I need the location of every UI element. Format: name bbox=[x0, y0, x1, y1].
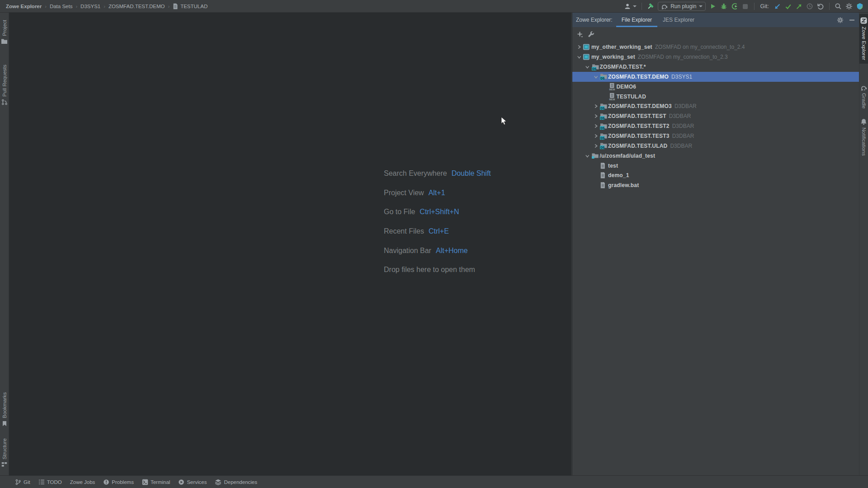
debug-button[interactable] bbox=[720, 2, 727, 10]
tree-row[interactable]: DSZOSMFAD.TEST.TEST2D3DBAR bbox=[572, 121, 859, 131]
rollback-button[interactable] bbox=[817, 2, 824, 10]
history-button[interactable] bbox=[806, 2, 813, 10]
chevron-right-icon[interactable] bbox=[592, 122, 599, 130]
tree-row[interactable]: my_other_working_setZOSMFAD on my_connec… bbox=[572, 42, 859, 52]
tab-file-explorer[interactable]: File Explorer bbox=[616, 13, 657, 27]
status-bar-item-dependencies[interactable]: Dependencies bbox=[215, 479, 257, 485]
dataset-icon: DS bbox=[599, 142, 608, 150]
todo-list-icon bbox=[38, 479, 45, 485]
svg-text:DS: DS bbox=[600, 126, 605, 129]
status-bar-item-git[interactable]: Git bbox=[15, 479, 30, 485]
run-configuration-select[interactable]: Run plugin bbox=[658, 2, 705, 11]
chevron-down-icon[interactable] bbox=[584, 152, 591, 160]
tree-row[interactable]: MEMTESTULAD bbox=[572, 92, 859, 102]
tab-jes-explorer[interactable]: JES Explorer bbox=[657, 13, 700, 27]
user-icon[interactable] bbox=[624, 2, 631, 10]
tree-row[interactable]: DSZOSMFAD.TEST.DEMO3D3DBAR bbox=[572, 102, 859, 112]
shortcut-hint-keys: Double Shift bbox=[452, 169, 491, 178]
chevron-right-icon[interactable] bbox=[575, 43, 583, 51]
status-bar-item-services[interactable]: Services bbox=[178, 479, 207, 485]
file-explorer-tree: my_other_working_setZOSMFAD on my_connec… bbox=[572, 42, 859, 191]
tree-item-suffix: D3DBAR bbox=[672, 133, 694, 139]
tree-item-name: /u/zosmfad/ulad_test bbox=[600, 153, 656, 159]
stop-button[interactable] bbox=[742, 2, 749, 10]
sidebar-item-gradle[interactable]: Gradle bbox=[859, 85, 868, 109]
breadcrumb-separator: › bbox=[75, 4, 77, 9]
tool-window-header: Zowe Explorer: File Explorer JES Explore… bbox=[572, 13, 859, 27]
chevron-right-icon[interactable] bbox=[592, 103, 599, 110]
status-bar-item-label: Dependencies bbox=[224, 479, 257, 485]
shortcut-hint-row: Go to FileCtrl+Shift+N bbox=[384, 207, 491, 216]
status-bar-item-problems[interactable]: Problems bbox=[103, 479, 134, 485]
pull-request-icon bbox=[1, 99, 8, 105]
uss-file-icon bbox=[599, 182, 608, 189]
shortcut-hint-label: Recent Files bbox=[384, 227, 424, 235]
editor-area[interactable]: Search EverywhereDouble ShiftProject Vie… bbox=[9, 13, 571, 475]
settings-gear-icon[interactable] bbox=[845, 2, 853, 10]
breadcrumb-separator: › bbox=[104, 4, 105, 9]
tool-window-minimize-icon[interactable] bbox=[848, 16, 855, 24]
shortcut-hint-row: Navigation BarAlt+Home bbox=[384, 246, 491, 255]
tree-item-name: ZOSMFAD.TEST.DEMO bbox=[608, 74, 669, 80]
tree-row[interactable]: demo_1 bbox=[572, 170, 859, 180]
tree-item-name: ZOSMFAD.TEST.ULAD bbox=[608, 143, 667, 149]
chevron-down-icon bbox=[699, 5, 703, 7]
breadcrumb-item[interactable]: D3SYS1 bbox=[80, 4, 100, 9]
chevron-right-icon[interactable] bbox=[592, 132, 599, 140]
status-bar: GitTODOZowe JobsProblemsTerminalServices… bbox=[0, 475, 868, 488]
tree-row[interactable]: DSZOSMFAD.TEST.* bbox=[572, 62, 859, 72]
sidebar-item-notifications[interactable]: Notifications bbox=[859, 118, 868, 156]
chevron-down-icon[interactable] bbox=[575, 53, 583, 61]
status-bar-item-zowe-jobs[interactable]: Zowe Jobs bbox=[70, 479, 95, 485]
uss-file-icon bbox=[599, 172, 608, 179]
run-button[interactable] bbox=[709, 2, 717, 10]
chevron-right-icon[interactable] bbox=[592, 142, 599, 150]
shortcut-hint-keys: Alt+1 bbox=[429, 189, 445, 197]
sidebar-item-pull-requests[interactable]: Pull Requests bbox=[0, 65, 9, 105]
mouse-cursor bbox=[501, 117, 507, 126]
tree-item-name: ZOSMFAD.TEST.DEMO3 bbox=[608, 103, 672, 109]
add-button[interactable] bbox=[576, 30, 584, 38]
breadcrumb-item[interactable]: Data Sets bbox=[50, 4, 73, 9]
shortcut-hint-keys: Alt+Home bbox=[436, 247, 468, 255]
build-hammer-icon[interactable] bbox=[647, 2, 654, 10]
breadcrumb-item[interactable]: ZOSMFAD.TEST.DEMO bbox=[108, 4, 165, 9]
shortcut-hint-keys: Ctrl+E bbox=[429, 227, 449, 235]
dataset-icon: DS bbox=[599, 122, 608, 130]
sidebar-item-project[interactable]: Project bbox=[0, 20, 9, 44]
chevron-down-icon[interactable] bbox=[584, 63, 591, 70]
tree-item-suffix: D3DBAR bbox=[670, 143, 692, 149]
settings-wrench-icon[interactable] bbox=[588, 30, 595, 38]
tree-row[interactable]: MEMDEMO6 bbox=[572, 82, 859, 92]
status-bar-item-terminal[interactable]: Terminal bbox=[142, 479, 170, 485]
code-with-me-icon[interactable] bbox=[856, 2, 863, 10]
sidebar-item-bookmarks[interactable]: Bookmarks bbox=[0, 392, 9, 427]
chevron-right-icon[interactable] bbox=[592, 113, 599, 120]
tree-row[interactable]: DSZOSMFAD.TEST.TEST3D3DBAR bbox=[572, 131, 859, 141]
tree-row[interactable]: my_working_setZOSMFAD on my_connection_t… bbox=[572, 52, 859, 62]
svg-text:DS: DS bbox=[600, 77, 605, 80]
shortcut-hint-label: Search Everywhere bbox=[384, 169, 447, 178]
git-commit-button[interactable] bbox=[784, 2, 792, 10]
search-everywhere-icon[interactable] bbox=[835, 2, 842, 10]
tree-row[interactable]: DSZOSMFAD.TEST.DEMOD3SYS1 bbox=[572, 72, 859, 82]
sidebar-item-zowe-explorer[interactable]: Zowe Explorer bbox=[859, 14, 868, 64]
breadcrumb-item[interactable]: Zowe Explorer bbox=[6, 4, 42, 9]
tree-row[interactable]: test bbox=[572, 161, 859, 171]
chevron-down-icon[interactable] bbox=[592, 73, 599, 80]
tree-row[interactable]: DSZOSMFAD.TEST.TESTD3DBAR bbox=[572, 111, 859, 121]
tree-row[interactable]: DSZOSMFAD.TEST.ULADD3DBAR bbox=[572, 141, 859, 151]
tool-window-gear-icon[interactable] bbox=[836, 16, 844, 24]
profiler-button[interactable] bbox=[731, 2, 738, 10]
status-bar-item-todo[interactable]: TODO bbox=[38, 479, 62, 485]
tree-item-name: DEMO6 bbox=[617, 84, 637, 90]
shortcut-hint-row: Drop files here to open them bbox=[384, 265, 491, 274]
sidebar-item-structure[interactable]: Structure bbox=[0, 438, 9, 467]
tree-item-suffix: D3DBAR bbox=[669, 113, 691, 119]
tree-row[interactable]: gradlew.bat bbox=[572, 180, 859, 190]
git-push-button[interactable] bbox=[795, 2, 802, 10]
git-update-button[interactable] bbox=[774, 2, 781, 10]
uss-folder-icon bbox=[591, 152, 600, 159]
breadcrumb-item[interactable]: TESTULAD bbox=[173, 3, 208, 9]
tree-row[interactable]: /u/zosmfad/ulad_test bbox=[572, 151, 859, 161]
